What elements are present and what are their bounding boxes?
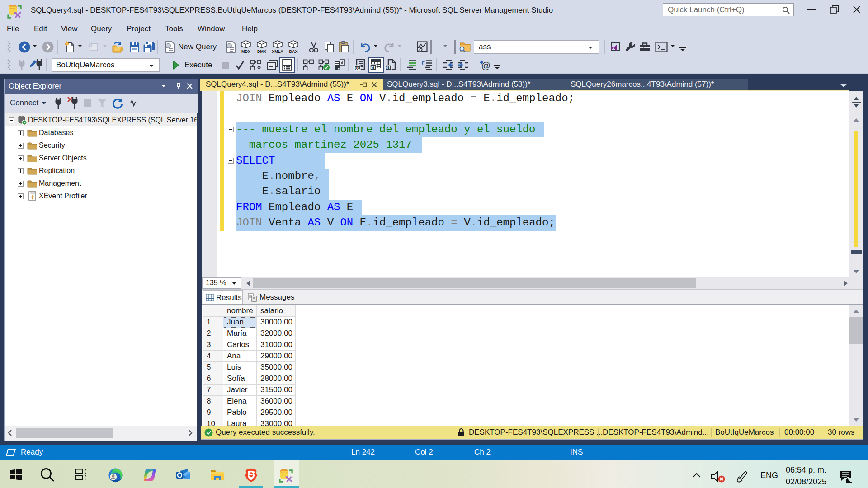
svg-text:01: 01 xyxy=(386,66,391,70)
svg-text:@: @ xyxy=(481,61,491,70)
svg-text:01: 01 xyxy=(355,66,360,70)
svg-text:01: 01 xyxy=(371,65,376,70)
